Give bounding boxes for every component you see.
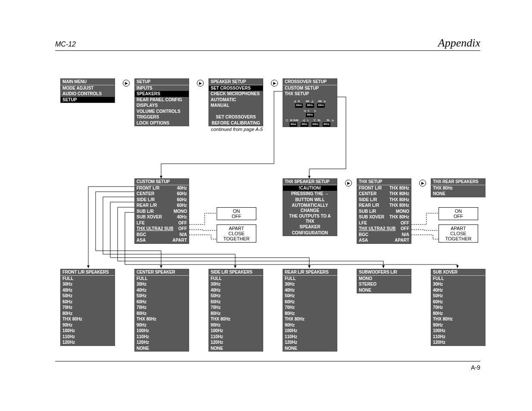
- list-item: THX SETUP: [283, 91, 337, 97]
- table-row: SIDE L/RTHX 80Hz: [357, 197, 411, 203]
- list-item: 70Hz: [61, 305, 115, 311]
- list-item: 60Hz: [431, 299, 485, 305]
- menu-subwoofers-l-r: SUBWOOFERS L/RMONOSTEREONONE: [357, 269, 411, 293]
- table-row: REAR L/RTHX 80Hz: [357, 202, 411, 209]
- table-row: SUB L/RMONO: [357, 209, 411, 215]
- table-row: SUB XOVER40Hz: [135, 214, 189, 220]
- menu-bottom-title: CENTER SPEAKER: [135, 269, 189, 276]
- list-item: FULL: [431, 276, 485, 282]
- list-item: APART: [439, 226, 478, 231]
- list-item: THE OUTPUTS TO A THX: [283, 213, 337, 224]
- list-item: 30Hz: [283, 281, 337, 287]
- list-item: NONE: [283, 346, 337, 352]
- list-item: SET CROSSOVERS: [209, 85, 263, 91]
- list-item: 90Hz: [135, 322, 189, 328]
- list-item: LOCK OPTIONS: [135, 120, 189, 126]
- list-item: 60Hz: [135, 299, 189, 305]
- menu-thx-caution-title: THX SPEAKER SETUP: [283, 179, 337, 185]
- menu-center-speaker: CENTER SPEAKERFULL30Hz40Hz50Hz60Hz70Hz80…: [134, 269, 189, 352]
- menu-setup-title: SETUP: [135, 79, 189, 85]
- list-item: FULL: [61, 276, 115, 282]
- nav-right-icon: ▶: [345, 180, 352, 187]
- list-item: THX 80Hz: [283, 316, 337, 322]
- connector-lines: [0, 0, 532, 411]
- list-item: TRIGGERS: [135, 114, 189, 120]
- list-item: 90Hz: [283, 322, 337, 328]
- list-item: VOLUME CONTROLS: [135, 109, 189, 115]
- list-item: STEREO: [357, 281, 411, 287]
- list-item: 50Hz: [283, 293, 337, 299]
- list-item: ON: [217, 209, 256, 214]
- list-item: 30Hz: [135, 281, 189, 287]
- list-item: 110Hz: [61, 334, 115, 340]
- menu-crossover-setup-title: CROSSOVER SETUP: [283, 79, 337, 85]
- list-item: REAR PANEL CONFIG: [135, 97, 189, 103]
- menu-speaker-setup: SPEAKER SETUP SET CROSSOVERS CHECK MICRO…: [208, 78, 263, 126]
- list-item: 60Hz: [209, 299, 263, 305]
- list-item: 70Hz: [209, 305, 263, 311]
- menu-bottom-title: SUBWOOFERS L/R: [357, 269, 411, 276]
- list-item: FULL: [283, 276, 337, 282]
- list-item: 60Hz: [61, 299, 115, 305]
- list-item: 120Hz: [61, 339, 115, 346]
- list-item: 100Hz: [431, 328, 485, 334]
- list-item: 120Hz: [283, 339, 337, 346]
- table-row: LFEOFF: [357, 220, 411, 226]
- table-row: FRONT L/R40Hz: [135, 185, 189, 191]
- list-item: NONE: [209, 346, 263, 352]
- list-item: SPEAKERS: [135, 91, 189, 97]
- list-item: DISPLAYS: [135, 103, 189, 109]
- table-row: ASAAPART: [357, 237, 411, 243]
- list-item: FULL: [209, 276, 263, 282]
- list-item: 50Hz: [61, 293, 115, 299]
- appendix-title: Appendix: [438, 37, 480, 50]
- list-item: INPUTS: [135, 85, 189, 91]
- table-row: SIDE L/R60Hz: [135, 197, 189, 203]
- nav-right-icon: ▶: [197, 80, 204, 87]
- menu-side-l-r-speakers: SIDE L/R SPEAKERSFULL30Hz40Hz50Hz60Hz70H…: [208, 269, 263, 352]
- menu-bottom-title: FRONT L/R SPEAKERS: [61, 269, 115, 276]
- option-onoff: ON OFF: [217, 207, 256, 220]
- table-row: THX ULTRA2 SUBOFF: [135, 226, 189, 232]
- menu-custom-setup: CUSTOM SETUP FRONT L/R40Hz CENTER60Hz SI…: [134, 178, 189, 244]
- list-item: ON: [439, 209, 478, 214]
- list-item: 50Hz: [135, 293, 189, 299]
- list-item: 40Hz: [61, 287, 115, 293]
- list-item: 30Hz: [209, 281, 263, 287]
- menu-front-l-r-speakers: FRONT L/R SPEAKERSFULL30Hz40Hz50Hz60Hz70…: [60, 269, 115, 346]
- table-row: CENTER60Hz: [135, 191, 189, 197]
- model-label: MC-12: [55, 40, 76, 48]
- caution-label: !CAUTION!: [283, 185, 337, 191]
- list-item: 40Hz: [135, 287, 189, 293]
- list-item: 80Hz: [61, 311, 115, 317]
- note-continued: continued from page A-5: [211, 127, 263, 132]
- list-item: TOGETHER: [439, 236, 478, 241]
- menu-bottom-title: REAR L/R SPEAKERS: [283, 269, 337, 276]
- list-item: 100Hz: [283, 328, 337, 334]
- menu-sub-xover: SUB XOVERFULL30Hz40Hz50Hz60Hz70Hz80HzTHX…: [431, 269, 485, 346]
- menu-main: MAIN MENU MODE ADJUST AUDIO CONTROLS SET…: [60, 78, 115, 103]
- table-row: BGCN/A: [357, 232, 411, 238]
- list-item: 40Hz: [431, 287, 485, 293]
- list-item: PRESSING THE →: [283, 191, 337, 197]
- list-item: AUTOMATICALLY CHANGE: [283, 202, 337, 213]
- menu-speaker-setup-title: SPEAKER SETUP: [209, 79, 263, 85]
- list-item: 80Hz: [135, 311, 189, 317]
- table-row: SUB XOVERTHX 80Hz: [357, 214, 411, 220]
- list-item: CLOSE: [439, 231, 478, 236]
- list-item: SPEAKER: [283, 224, 337, 230]
- list-item: 40Hz: [283, 287, 337, 293]
- menu-thx-caution: THX SPEAKER SETUP !CAUTION! PRESSING THE…: [283, 178, 337, 236]
- menu-thx-setup: THX SETUP FRONT L/RTHX 80Hz CENTERTHX 80…: [357, 178, 411, 244]
- list-item: THX 80Hz: [61, 316, 115, 322]
- option-asa: APART CLOSE TOGETHER: [439, 224, 478, 243]
- list-item: 50Hz: [431, 293, 485, 299]
- list-item: 90Hz: [61, 322, 115, 328]
- menu-bottom-title: SUB XOVER: [431, 269, 485, 276]
- menu-setup: SETUP INPUTS SPEAKERS REAR PANEL CONFIG …: [134, 78, 189, 126]
- list-item: THX 80Hz: [135, 316, 189, 322]
- menu-thx-rear: THX REAR SPEAKERS THX 80Hz NONE: [431, 178, 485, 197]
- list-item: MODE ADJUST: [61, 85, 115, 91]
- menu-thx-setup-title: THX SETUP: [357, 179, 411, 185]
- list-item: 110Hz: [283, 334, 337, 340]
